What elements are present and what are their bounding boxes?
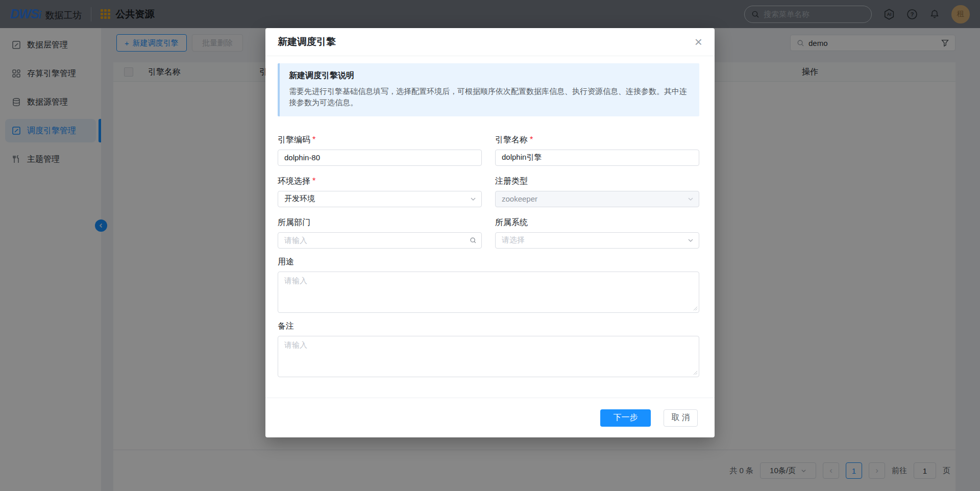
next-step-button[interactable]: 下一步 bbox=[600, 409, 651, 427]
env-label: 环境选择* bbox=[278, 176, 482, 187]
system-label: 所属系统 bbox=[495, 217, 699, 228]
info-banner-title: 新建调度引擎说明 bbox=[289, 70, 690, 81]
remark-textarea[interactable] bbox=[278, 336, 699, 377]
search-icon bbox=[470, 237, 477, 244]
remark-label: 备注 bbox=[278, 321, 699, 332]
usage-label: 用途 bbox=[278, 257, 699, 267]
engine-name-input[interactable] bbox=[495, 150, 699, 166]
env-select[interactable]: 开发环境 bbox=[278, 191, 482, 207]
engine-code-label: 引擎编码* bbox=[278, 135, 482, 145]
info-banner-text: 需要先进行引擎基础信息填写，选择配置环境后，可根据顺序依次配置数据库信息、执行资… bbox=[289, 86, 690, 108]
create-engine-modal: 新建调度引擎 × 新建调度引擎说明 需要先进行引擎基础信息填写，选择配置环境后，… bbox=[265, 28, 715, 437]
department-label: 所属部门 bbox=[278, 217, 482, 228]
required-mark: * bbox=[530, 135, 533, 144]
required-mark: * bbox=[312, 135, 315, 144]
usage-textarea[interactable] bbox=[278, 272, 699, 313]
engine-code-input[interactable] bbox=[278, 150, 482, 166]
reg-type-select[interactable]: zookeeper bbox=[495, 191, 699, 207]
chevron-down-icon bbox=[688, 196, 694, 202]
required-mark: * bbox=[312, 177, 315, 185]
reg-type-label: 注册类型 bbox=[495, 176, 699, 187]
department-input[interactable] bbox=[278, 232, 482, 249]
system-select[interactable]: 请选择 bbox=[495, 232, 699, 249]
engine-name-label: 引擎名称* bbox=[495, 135, 699, 145]
close-icon[interactable]: × bbox=[695, 37, 702, 47]
chevron-down-icon bbox=[470, 196, 476, 202]
modal-title: 新建调度引擎 bbox=[278, 35, 336, 48]
cancel-button[interactable]: 取 消 bbox=[664, 409, 698, 427]
chevron-down-icon bbox=[688, 237, 694, 243]
info-banner: 新建调度引擎说明 需要先进行引擎基础信息填写，选择配置环境后，可根据顺序依次配置… bbox=[278, 63, 699, 116]
